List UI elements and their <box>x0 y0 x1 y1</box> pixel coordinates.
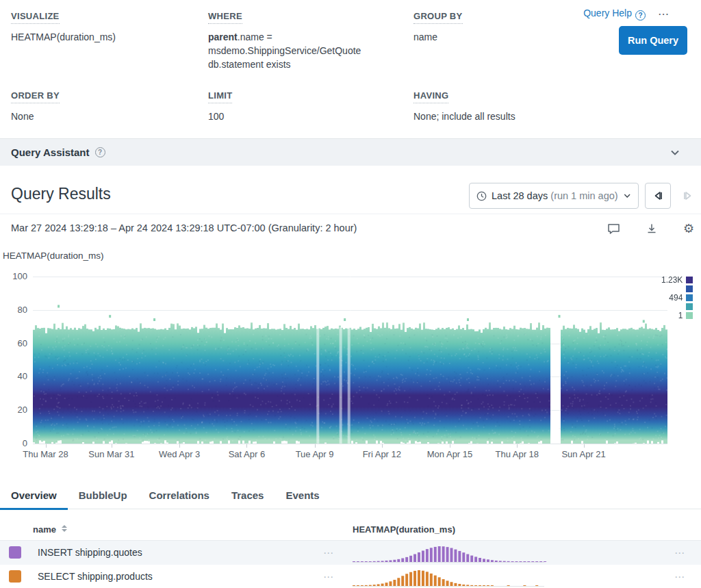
y-tick-label: 100 <box>0 271 27 281</box>
table-header: name HEATMAP(duration_ms) <box>0 519 701 541</box>
x-tick-label: Sat Apr 6 <box>215 449 278 459</box>
order-by-label: ORDER BY <box>11 90 60 103</box>
query-more-menu-icon[interactable]: ⋯ <box>658 8 670 21</box>
where-section: WHERE parent.name = msdemo.ShippingServi… <box>208 10 407 71</box>
chart-title: HEATMAP(duration_ms) <box>3 251 104 261</box>
query-help-label: Query Help <box>583 8 632 18</box>
results-title: Query Results <box>11 185 111 203</box>
group-by-section: GROUP BY name <box>413 10 463 44</box>
comment-button[interactable] <box>605 220 622 237</box>
query-header-actions: Query Help? ⋯ <box>583 7 670 21</box>
order-by-section: ORDER BY None <box>11 89 60 123</box>
y-tick-label: 80 <box>0 305 27 315</box>
tab-events[interactable]: Events <box>275 483 330 509</box>
where-clause-field: parent <box>208 31 238 42</box>
y-tick-label: 20 <box>0 405 27 415</box>
x-tick-label: Tue Apr 9 <box>283 449 346 459</box>
row-histogram[interactable] <box>353 543 548 563</box>
x-tick-label: Mon Apr 15 <box>418 449 481 459</box>
results-tabs: Overview BubbleUp Correlations Traces Ev… <box>0 483 701 509</box>
help-icon: ? <box>635 10 646 21</box>
x-tick-label: Thu Mar 28 <box>14 449 77 459</box>
query-assistant-chevron-icon[interactable] <box>670 147 680 158</box>
row-name: INSERT shipping.quotes <box>38 547 142 558</box>
tab-correlations[interactable]: Correlations <box>138 483 220 509</box>
query-assistant-bar[interactable]: Query Assistant ? <box>0 138 701 166</box>
time-range-label: Last 28 days (run 1 min ago) <box>492 190 618 201</box>
legend-label: 494 <box>669 293 683 303</box>
query-page: VISUALIZE HEATMAP(duration_ms) WHERE par… <box>0 0 701 588</box>
y-tick-label: 0 <box>0 438 27 448</box>
arrow-left-to-bar-icon <box>652 190 664 202</box>
heatmap-legend: 1.23K4941 <box>661 275 693 320</box>
legend-label: 1 <box>678 311 683 320</box>
legend-label: 1.23K <box>661 275 683 285</box>
visualize-value[interactable]: HEATMAP(duration_ms) <box>11 30 116 44</box>
having-value[interactable]: None; include all results <box>413 110 515 123</box>
visualize-section: VISUALIZE HEATMAP(duration_ms) <box>11 10 116 44</box>
row-actions-icon[interactable]: ⋯ <box>674 571 686 583</box>
limit-label: LIMIT <box>208 90 232 103</box>
having-section: HAVING None; include all results <box>413 89 515 123</box>
legend-swatch <box>686 294 693 301</box>
limit-value[interactable]: 100 <box>208 110 232 123</box>
x-tick-label: Sun Apr 21 <box>552 449 615 459</box>
sort-icon[interactable] <box>62 525 67 532</box>
where-clause-1[interactable]: parent.name = msdemo.ShippingService/Get… <box>208 30 407 57</box>
x-tick-label: Sun Mar 31 <box>80 449 143 459</box>
row-more-icon[interactable]: ⋯ <box>323 547 335 559</box>
visualize-label: VISUALIZE <box>11 11 60 24</box>
column-header-name[interactable]: name <box>33 524 67 535</box>
x-tick-label: Wed Apr 3 <box>148 449 211 459</box>
row-histogram[interactable] <box>353 567 548 587</box>
previous-query-button[interactable] <box>645 183 671 209</box>
tab-traces[interactable]: Traces <box>220 483 275 509</box>
y-tick-label: 40 <box>0 371 27 381</box>
clock-icon <box>476 190 487 202</box>
comment-icon <box>607 222 620 235</box>
time-range-dropdown[interactable]: Last 28 days (run 1 min ago) <box>469 183 639 209</box>
download-button[interactable] <box>643 220 660 237</box>
query-assistant-title: Query Assistant <box>11 146 90 158</box>
tab-overview[interactable]: Overview <box>0 483 68 509</box>
column-header-heatmap[interactable]: HEATMAP(duration_ms) <box>353 524 455 535</box>
download-icon <box>646 222 658 235</box>
having-label: HAVING <box>413 90 448 103</box>
arrow-right-to-bar-icon <box>682 190 694 202</box>
query-assistant-help-icon[interactable]: ? <box>95 147 105 157</box>
series-color-swatch <box>9 546 21 559</box>
row-actions-icon[interactable]: ⋯ <box>674 547 686 559</box>
group-by-label: GROUP BY <box>413 11 463 24</box>
time-window-text: Mar 27 2024 13:29:18 – Apr 24 2024 13:29… <box>11 222 357 233</box>
where-clause-value: msdemo.ShippingService/GetQuote <box>208 45 361 56</box>
results-divider <box>0 214 701 214</box>
run-query-button[interactable]: Run Query <box>619 26 687 55</box>
group-by-value[interactable]: name <box>413 30 463 44</box>
table-row[interactable]: INSERT shipping.quotes ⋯ ⋯ <box>0 541 701 565</box>
x-tick-label: Thu Apr 18 <box>485 449 548 459</box>
row-name: SELECT shipping.products <box>38 571 153 582</box>
y-tick-label: 60 <box>0 338 27 348</box>
legend-swatch <box>686 312 693 319</box>
where-clause-op: .name = <box>238 31 272 42</box>
row-more-icon[interactable]: ⋯ <box>323 571 335 583</box>
limit-section: LIMIT 100 <box>208 89 232 123</box>
settings-button[interactable]: ⚙ <box>680 220 697 237</box>
table-row[interactable]: SELECT shipping.products ⋯ ⋯ <box>0 565 701 588</box>
gear-icon: ⚙ <box>683 221 694 236</box>
query-help-link[interactable]: Query Help? <box>583 7 646 21</box>
legend-swatch <box>686 285 693 292</box>
heatmap-canvas[interactable] <box>33 277 667 449</box>
next-query-button[interactable] <box>675 183 701 209</box>
tab-bubbleup[interactable]: BubbleUp <box>68 483 138 509</box>
legend-swatch <box>686 277 693 283</box>
heatmap-chart: 020406080100 Thu Mar 28Sun Mar 31Wed Apr… <box>0 268 701 467</box>
order-by-value[interactable]: None <box>11 110 60 123</box>
where-clause-2[interactable]: db.statement exists <box>208 57 407 71</box>
where-label: WHERE <box>208 11 242 24</box>
legend-swatch <box>686 303 693 310</box>
series-color-swatch <box>9 570 21 583</box>
chevron-down-icon <box>623 191 631 201</box>
x-tick-label: Fri Apr 12 <box>350 449 413 459</box>
